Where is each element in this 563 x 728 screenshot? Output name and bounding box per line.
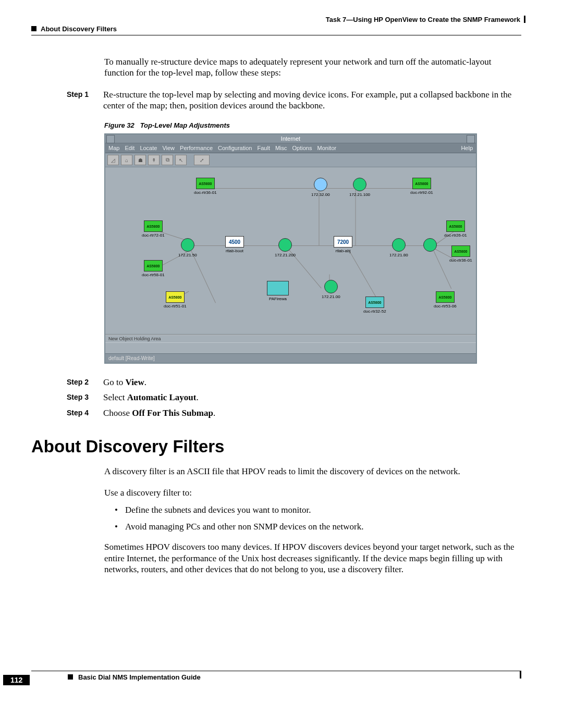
bullet-list: •Define the subnets and devices you want… [115,503,521,533]
step-2: Step 2 Go to View. [31,377,521,388]
status-area: New Object Holding Area [105,335,476,342]
node-as5800-8[interactable]: AS5800doc-rtr32-52 [363,297,386,314]
tool-home-icon[interactable]: ⌂ [121,155,132,165]
bullet-2: •Avoid managing PCs and other non SNMP d… [115,520,521,534]
footer-end-mark [520,671,521,678]
tool-zoom-icon[interactable]: ⤢ [194,155,210,165]
footer-marker [68,674,73,680]
menu-edit[interactable]: Edit [125,145,134,151]
step-4: Step 4 Choose Off For This Submap. [31,408,521,418]
node-as5800-3[interactable]: AS5800doc-rtr72-01 [142,220,165,238]
step-1-label: Step 1 [67,89,103,100]
step-3-text: Select Automatic Layout. [103,392,521,403]
page-number: 112 [3,675,30,685]
header-section-title: About Discovery Filters [41,25,117,33]
header-marker [31,26,36,31]
tool-up-icon[interactable]: ↟ [148,155,160,165]
node-as5800-7[interactable]: AS5800doc-rtr51-01 [164,291,187,309]
bullet-1: •Define the subnets and devices you want… [115,503,521,517]
step-2-label: Step 2 [67,377,103,387]
menu-view[interactable]: View [162,145,175,151]
menu-help[interactable]: Help [461,145,473,151]
window-menu-icon [106,135,115,143]
figure-caption: Figure 32 Top-Level Map Adjustments [104,121,521,129]
tool-overlay-icon[interactable]: ⧉ [162,155,173,165]
menu-performance[interactable]: Performance [180,145,213,151]
figure-title: Top-Level Map Adjustments [140,121,230,129]
node-cloud-1[interactable]: 172.32.00 [311,178,330,197]
step-4-text: Choose Off For This Submap. [103,408,521,418]
tool-chart-icon[interactable]: ◿ [107,155,119,165]
node-as5800-4[interactable]: AS5800doc-rtr26-01 [444,220,467,238]
node-4500[interactable]: 4500rtlab-boot [225,236,244,253]
window-titlebar: Internet [105,134,476,143]
figure-32: Internet Map Edit Locate View Performanc… [104,133,477,364]
hpov-window: Internet Map Edit Locate View Performanc… [104,133,477,364]
section-p1: A discovery filter is an ASCII file that… [104,466,521,477]
node-as5800-5[interactable]: AS5800doc-rtr36-01 [449,245,472,263]
menu-monitor[interactable]: Monitor [317,145,336,151]
node-circle-4[interactable]: 172.21.80 [389,238,408,257]
node-circle-3[interactable]: 172.21.200 [275,238,296,257]
tool-cursor-icon[interactable]: ↖ [175,155,187,165]
section-heading: About Discovery Filters [31,437,521,456]
step-2-text: Go to View. [103,377,521,388]
menu-misc[interactable]: Misc [275,145,287,151]
section-p3: Sometimes HPOV discovers too many device… [104,541,521,575]
step-1: Step 1 Re-structure the top-level map by… [31,89,521,112]
menu-map[interactable]: Map [108,145,119,151]
node-circle-1[interactable]: 172.21.100 [349,178,370,197]
step-1-text: Re-structure the top-level map by select… [103,89,521,112]
status-bar: default [Read-Write] [105,353,476,363]
step-4-label: Step 4 [67,408,103,418]
node-7200[interactable]: 7200rtlab-abj [334,236,352,253]
step-3-label: Step 3 [67,392,103,402]
section-p2: Use a discovery filter to: [104,487,521,498]
header-rule [31,35,521,35]
node-as5800-1[interactable]: AS5800doc-rtr36-01 [194,178,217,195]
header-task-title: Task 7—Using HP OpenView to Create the S… [326,16,521,23]
figure-number: Figure 32 [104,121,134,129]
window-max-icon [467,135,475,143]
tool-root-icon[interactable]: ☗ [134,155,146,165]
menu-fault[interactable]: Fault [257,145,270,151]
intro-paragraph: To manually re-structure device maps to … [104,56,521,79]
node-as5800-9[interactable]: AS5800doc-rtr53-06 [434,291,457,309]
node-as5800-2[interactable]: AS5800doc-rtr92-01 [410,178,433,195]
menubar: Map Edit Locate View Performance Configu… [105,143,476,153]
node-firewall[interactable]: PAFirewa [267,281,289,301]
footer: Basic Dial NMS Implementation Guide [31,671,521,681]
menu-configuration[interactable]: Configuration [218,145,252,151]
toolbar: ◿ ⌂ ☗ ↟ ⧉ ↖ ⤢ [105,153,476,167]
node-as5800-6[interactable]: AS5800doc-rtr58-01 [142,260,165,277]
step-3: Step 3 Select Automatic Layout. [31,392,521,403]
window-title: Internet [281,135,300,142]
node-circle-2[interactable]: 172.21.50 [178,238,197,257]
footer-guide-title: Basic Dial NMS Implementation Guide [78,673,201,681]
map-canvas[interactable]: AS5800doc-rtr36-01 172.32.00 172.21.100 … [105,167,476,335]
menu-options[interactable]: Options [292,145,312,151]
node-circle-5[interactable] [423,238,437,253]
menu-locate[interactable]: Locate [140,145,157,151]
node-circle-6[interactable]: 172.21.00 [322,280,340,299]
